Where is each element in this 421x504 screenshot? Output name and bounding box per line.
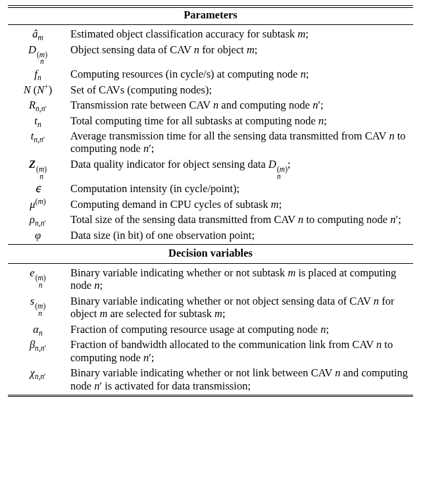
sym-D-n-m: D(m)n — [8, 42, 69, 67]
sym-t-n: tn — [8, 113, 69, 128]
sym-Z-n-m: Z(m)n — [8, 157, 69, 182]
row-Z-n-m: Z(m)n Data quality indicator for object … — [8, 157, 413, 182]
desc-D-n-m: Object sensing data of CAV n for object … — [69, 42, 413, 67]
sym-t-nn: tn,n′ — [8, 128, 69, 157]
rule-top-outer — [8, 5, 413, 6]
notation-table: Parameters âm Estimated object classific… — [0, 0, 421, 405]
desc-rho-nn: Total size of the sensing data transmitt… — [69, 212, 413, 227]
desc-beta-nn: Fraction of bandwidth allocated to the c… — [69, 337, 413, 365]
row-s-n-m: s(m)n Binary variable indicating whether… — [8, 293, 413, 322]
row-phi: φ Data size (in bit) of one observation … — [8, 228, 413, 243]
sym-e-n-m: e(m)n — [8, 265, 69, 293]
sym-rho-nn: ρn,n′ — [8, 212, 69, 227]
desc-t-n: Total computing time for all subtasks at… — [69, 113, 413, 128]
sym-a-hat-m: âm — [8, 26, 69, 41]
desc-chi-nn: Binary variable indicating whether or no… — [69, 365, 413, 393]
row-beta-nn: βn,n′ Fraction of bandwidth allocated to… — [8, 337, 413, 365]
sym-f-n: fn — [8, 66, 69, 82]
desc-s-n-m: Binary variable indicating whether or no… — [69, 293, 413, 322]
row-t-n: tn Total computing time for all subtasks… — [8, 113, 413, 128]
row-e-n-m: e(m)n Binary variable indicating whether… — [8, 265, 413, 293]
sym-alpha-n: αn — [8, 322, 69, 337]
desc-alpha-n: Fraction of computing resource usage at … — [69, 322, 413, 337]
desc-t-nn: Average transmission time for all the se… — [69, 128, 413, 157]
desc-N-Nplus: Set of CAVs (computing nodes); — [69, 82, 413, 97]
row-N-Nplus: N (N+) Set of CAVs (computing nodes); — [8, 82, 413, 97]
row-mu-m: μ(m) Computing demand in CPU cycles of s… — [8, 197, 413, 212]
row-f-n: fn Computing resources (in cycle/s) at c… — [8, 66, 413, 82]
desc-R-nn: Transmission rate between CAV n and comp… — [69, 97, 413, 113]
rule-bottom-outer — [8, 396, 413, 397]
row-D-n-m: D(m)n Object sensing data of CAV n for o… — [8, 42, 413, 67]
rule-before-dvars-header — [8, 244, 413, 245]
sym-mu-m: μ(m) — [8, 197, 69, 212]
sym-chi-nn: χn,n′ — [8, 365, 69, 393]
row-alpha-n: αn Fraction of computing resource usage … — [8, 322, 413, 337]
desc-eps: Computation intensity (in cycle/point); — [69, 181, 413, 196]
row-t-nn: tn,n′ Average transmission time for all … — [8, 128, 413, 157]
row-R-nn: Rn,n′ Transmission rate between CAV n an… — [8, 97, 413, 113]
desc-a-hat-m: Estimated object classification accuracy… — [69, 26, 413, 41]
row-rho-nn: ρn,n′ Total size of the sensing data tra… — [8, 212, 413, 227]
parameters-table: âm Estimated object classification accur… — [8, 26, 413, 243]
decision-variables-table: e(m)n Binary variable indicating whether… — [8, 265, 413, 393]
row-a-hat-m: âm Estimated object classification accur… — [8, 26, 413, 41]
desc-mu-m: Computing demand in CPU cycles of subtas… — [69, 197, 413, 212]
rule-after-dvars-header — [8, 263, 413, 264]
section-header-dvars: Decision variables — [8, 246, 413, 261]
sym-phi: φ — [8, 228, 69, 243]
desc-f-n: Computing resources (in cycle/s) at comp… — [69, 66, 413, 82]
row-chi-nn: χn,n′ Binary variable indicating whether… — [8, 365, 413, 393]
row-eps: ϵ Computation intensity (in cycle/point)… — [8, 181, 413, 196]
desc-e-n-m: Binary variable indicating whether or no… — [69, 265, 413, 293]
sym-N-Nplus: N (N+) — [8, 82, 69, 97]
sym-beta-nn: βn,n′ — [8, 337, 69, 365]
rule-after-params-header — [8, 24, 413, 25]
sym-R-nn: Rn,n′ — [8, 97, 69, 113]
sym-s-n-m: s(m)n — [8, 293, 69, 322]
desc-phi: Data size (in bit) of one observation po… — [69, 228, 413, 243]
sym-eps: ϵ — [8, 181, 69, 196]
section-header-parameters: Parameters — [8, 8, 413, 23]
rule-bottom-inner — [8, 395, 413, 395]
desc-Z-n-m: Data quality indicator for object sensin… — [69, 157, 413, 182]
